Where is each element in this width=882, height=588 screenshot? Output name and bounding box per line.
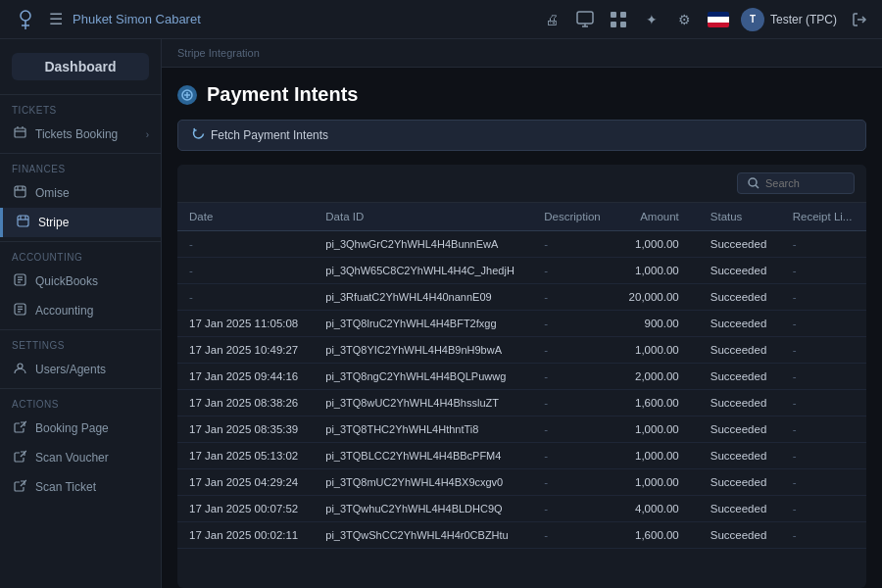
cell-amount: 1,000.00 bbox=[614, 443, 699, 469]
cell-receipt: - bbox=[781, 522, 866, 549]
sidebar-dashboard-label[interactable]: Dashboard bbox=[12, 53, 149, 80]
cell-receipt: - bbox=[781, 284, 866, 311]
tickets-booking-arrow: › bbox=[146, 129, 149, 140]
monitor-icon[interactable] bbox=[574, 9, 596, 30]
user-name-label: Tester (TPC) bbox=[770, 13, 837, 26]
sidebar-section-actions: Actions bbox=[0, 388, 161, 414]
cell-date: - bbox=[177, 284, 314, 311]
cell-description: - bbox=[532, 496, 614, 522]
cell-amount: 20,000.00 bbox=[614, 284, 699, 311]
crosshair-icon[interactable]: ✦ bbox=[641, 9, 662, 30]
cell-receipt: - bbox=[781, 311, 866, 337]
cell-data-id: pi_3QhwGrC2YhWHL4H4BunnEwA bbox=[314, 231, 532, 258]
search-input[interactable] bbox=[765, 177, 844, 189]
stripe-label: Stripe bbox=[38, 216, 149, 229]
sidebar-item-quickbooks[interactable]: QuickBooks bbox=[0, 267, 161, 296]
print-icon[interactable]: 🖨 bbox=[541, 9, 563, 30]
cell-amount: 4,000.00 bbox=[614, 496, 699, 522]
cell-amount: 1,600.00 bbox=[614, 390, 699, 416]
cell-receipt: - bbox=[781, 337, 866, 364]
topbar-left: ☰ Phuket Simon Cabaret bbox=[12, 6, 541, 33]
cell-data-id: pi_3TQwShCC2YhWHL4H4r0CBZHtu bbox=[314, 522, 532, 549]
cell-date: 17 Jan 2025 09:44:16 bbox=[177, 364, 314, 390]
sidebar-item-scan-ticket[interactable]: Scan Ticket bbox=[0, 472, 161, 502]
cell-status: Succeeded bbox=[699, 258, 781, 284]
svg-rect-3 bbox=[577, 12, 593, 24]
table-container: Date Data ID Description Amount Status R… bbox=[177, 165, 866, 588]
cell-description: - bbox=[532, 416, 614, 443]
cell-status: Succeeded bbox=[699, 364, 781, 390]
grid-icon[interactable] bbox=[608, 9, 629, 30]
accounting-label: Accounting bbox=[35, 304, 149, 318]
cell-receipt: - bbox=[781, 496, 866, 522]
stripe-icon bbox=[15, 215, 30, 230]
cell-date: 17 Jan 2025 08:38:26 bbox=[177, 390, 314, 416]
cell-description: - bbox=[532, 231, 614, 258]
svg-rect-19 bbox=[18, 216, 28, 226]
table-row: 17 Jan 2025 11:05:08 pi_3TQ8lruC2YhWHL4H… bbox=[177, 311, 866, 337]
main-layout: Dashboard Tickets Tickets Booking › Fina… bbox=[0, 39, 882, 588]
cell-status: Succeeded bbox=[699, 469, 781, 496]
sidebar-brand: Dashboard bbox=[0, 39, 161, 90]
fetch-payment-intents-button[interactable]: Fetch Payment Intents bbox=[177, 120, 866, 151]
svg-rect-15 bbox=[15, 186, 25, 197]
fetch-button-label: Fetch Payment Intents bbox=[211, 128, 328, 142]
sidebar-item-stripe[interactable]: Stripe bbox=[0, 208, 161, 237]
col-receipt: Receipt Li... bbox=[781, 203, 866, 231]
payment-intents-table: Date Data ID Description Amount Status R… bbox=[177, 203, 866, 549]
svg-line-36 bbox=[756, 185, 759, 188]
svg-point-0 bbox=[21, 11, 30, 21]
sidebar-item-booking-page[interactable]: Booking Page bbox=[0, 414, 161, 443]
logout-icon[interactable] bbox=[849, 9, 870, 30]
users-agents-label: Users/Agents bbox=[35, 363, 149, 376]
content-area: Stripe Integration Payment Intents bbox=[162, 39, 882, 588]
breadcrumb-text: Stripe Integration bbox=[177, 47, 260, 59]
cell-date: 17 Jan 2025 00:07:52 bbox=[177, 496, 314, 522]
cell-date: 17 Jan 2025 08:35:39 bbox=[177, 416, 314, 443]
cell-data-id: pi_3TQ8THC2YhWHL4HthntTi8 bbox=[314, 416, 532, 443]
svg-rect-11 bbox=[15, 128, 25, 137]
cell-description: - bbox=[532, 443, 614, 469]
col-data-id: Data ID bbox=[314, 203, 532, 231]
cell-data-id: pi_3RfuatC2YhWHL4H40nannE09 bbox=[314, 284, 532, 311]
col-amount: Amount bbox=[614, 203, 699, 231]
cell-description: - bbox=[532, 258, 614, 284]
cell-date: - bbox=[177, 231, 314, 258]
cell-status: Succeeded bbox=[699, 231, 781, 258]
cell-status: Succeeded bbox=[699, 284, 781, 311]
sidebar-item-tickets-booking[interactable]: Tickets Booking › bbox=[0, 120, 161, 149]
sidebar-item-omise[interactable]: Omise bbox=[0, 178, 161, 208]
cell-amount: 1,000.00 bbox=[614, 469, 699, 496]
language-flag-icon[interactable] bbox=[708, 12, 729, 27]
cell-status: Succeeded bbox=[699, 522, 781, 549]
settings-icon[interactable]: ⚙ bbox=[674, 9, 696, 30]
svg-point-35 bbox=[749, 178, 757, 186]
hamburger-icon[interactable]: ☰ bbox=[49, 10, 63, 28]
cell-amount: 1,000.00 bbox=[614, 416, 699, 443]
user-badge[interactable]: T Tester (TPC) bbox=[741, 8, 837, 31]
page-title: Payment Intents bbox=[207, 83, 358, 106]
sidebar-section-accounting: Accounting bbox=[0, 241, 161, 267]
table-row: 17 Jan 2025 10:49:27 pi_3TQ8YIC2YhWHL4H4… bbox=[177, 337, 866, 364]
svg-rect-7 bbox=[620, 12, 626, 18]
sidebar-item-users-agents[interactable]: Users/Agents bbox=[0, 355, 161, 384]
cell-status: Succeeded bbox=[699, 496, 781, 522]
cell-amount: 1,600.00 bbox=[614, 522, 699, 549]
table-scroll: Date Data ID Description Amount Status R… bbox=[177, 203, 866, 588]
cell-description: - bbox=[532, 522, 614, 549]
cell-receipt: - bbox=[781, 231, 866, 258]
sidebar-item-accounting[interactable]: Accounting bbox=[0, 296, 161, 325]
cell-status: Succeeded bbox=[699, 311, 781, 337]
sidebar-item-scan-voucher[interactable]: Scan Voucher bbox=[0, 443, 161, 472]
cell-receipt: - bbox=[781, 469, 866, 496]
cell-data-id: pi_3QhW65C8C2YhWHL4H4C_JhedjH bbox=[314, 258, 532, 284]
table-row: 17 Jan 2025 00:07:52 pi_3TQwhuC2YhWHL4H4… bbox=[177, 496, 866, 522]
table-row: - pi_3QhW65C8C2YhWHL4H4C_JhedjH - 1,000.… bbox=[177, 258, 866, 284]
omise-icon bbox=[12, 185, 27, 201]
table-toolbar bbox=[177, 165, 866, 203]
cell-date: 17 Jan 2025 00:02:11 bbox=[177, 522, 314, 549]
search-box[interactable] bbox=[737, 172, 855, 194]
table-row: 17 Jan 2025 09:44:16 pi_3TQ8ngC2YhWHL4H4… bbox=[177, 364, 866, 390]
cell-receipt: - bbox=[781, 258, 866, 284]
svg-point-31 bbox=[18, 364, 23, 368]
